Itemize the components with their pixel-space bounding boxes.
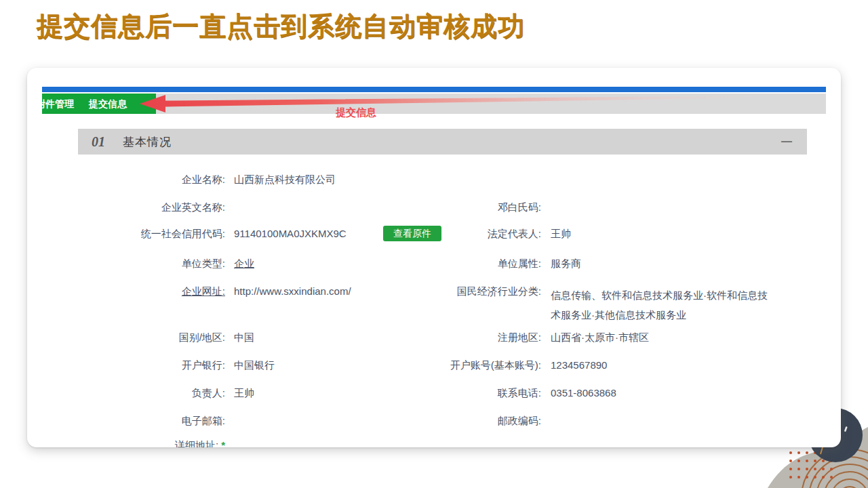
form-label: 单位属性: xyxy=(326,258,541,270)
form-label: 详细地址:* xyxy=(54,439,225,447)
form-row: 开户银行:中国银行开户账号(基本账号):1234567890 xyxy=(27,359,841,375)
form-label: 电子邮箱: xyxy=(54,415,225,428)
annotation-arrow-label: 提交信息 xyxy=(336,106,376,119)
form-label: 邮政编码: xyxy=(326,415,541,428)
form-value: 中国银行 xyxy=(234,359,275,372)
section-header-basic-info: 01 基本情况 — xyxy=(78,129,807,155)
form-row: 企业网址:http://www.sxxindian.com/国民经济行业分类:信… xyxy=(27,285,841,302)
form-row: 详细地址:* xyxy=(27,439,841,447)
section-number: 01 xyxy=(92,134,105,150)
form-label: 国民经济行业分类: xyxy=(326,285,541,298)
form-value: 0351-8063868 xyxy=(551,387,616,399)
form-label: 企业名称: xyxy=(54,174,225,186)
slide-title: 提交信息后一直点击到系统自动审核成功 xyxy=(37,8,525,45)
form-label: 开户银行: xyxy=(54,359,225,372)
form-label: 负责人: xyxy=(54,387,225,400)
form-label: 统一社会信用代码: xyxy=(54,228,225,241)
form-value: 服务商 xyxy=(551,258,581,270)
collapse-icon[interactable]: — xyxy=(781,138,792,145)
form-value: 山西新点科技有限公司 xyxy=(234,174,336,186)
form-row: 企业英文名称:邓白氏码: xyxy=(27,201,841,218)
form-label: 开户账号(基本账号): xyxy=(326,359,541,372)
form-value: 王帅 xyxy=(551,228,571,241)
form-label: 法定代表人: xyxy=(326,228,541,241)
menu-item-attachment-management[interactable]: 附件管理 xyxy=(42,94,74,114)
form-value: 信息传输、软件和信息技术服务业·软件和信息技术服务业·其他信息技术服务业 xyxy=(551,285,774,325)
form-row: 单位类型:企业单位属性:服务商 xyxy=(27,258,841,274)
form-label: 单位类型: xyxy=(54,258,225,270)
required-marker: * xyxy=(221,439,225,447)
form-value: 中国 xyxy=(234,331,254,344)
form-row: 统一社会信用代码:91140100MA0JXKMX9C查看原件法定代表人:王帅 xyxy=(27,228,841,244)
form-label: 联系电话: xyxy=(326,387,541,400)
menu-bar: 附件管理 提交信息 xyxy=(42,94,826,114)
form-label: 国别/地区: xyxy=(54,331,225,344)
screenshot-card: 附件管理 提交信息 提交信息 01 基本情况 — 企业名称:山西新点科技有限公司… xyxy=(27,68,841,447)
top-blue-bar xyxy=(42,87,826,92)
form-row: 企业名称:山西新点科技有限公司 xyxy=(27,174,841,190)
form-row: 电子邮箱:邮政编码: xyxy=(27,415,841,431)
form-label: 企业网址: xyxy=(54,285,225,298)
menu-item-submit-info[interactable]: 提交信息 xyxy=(89,94,127,114)
form-row: 负责人:王帅联系电话:0351-8063868 xyxy=(27,387,841,403)
form-value: 1234567890 xyxy=(551,359,607,371)
form-row: 国别/地区:中国注册地区:山西省·太原市·市辖区 xyxy=(27,331,841,348)
form-label: 注册地区: xyxy=(326,331,541,344)
form-value: 王帅 xyxy=(234,387,254,400)
menu-active-group: 附件管理 提交信息 xyxy=(42,94,156,114)
form-label: 企业英文名称: xyxy=(54,201,225,214)
section-title: 基本情况 xyxy=(123,134,172,150)
form-label: 邓白氏码: xyxy=(326,201,541,214)
form-value[interactable]: 企业 xyxy=(234,258,254,270)
form-value: 山西省·太原市·市辖区 xyxy=(551,331,649,344)
